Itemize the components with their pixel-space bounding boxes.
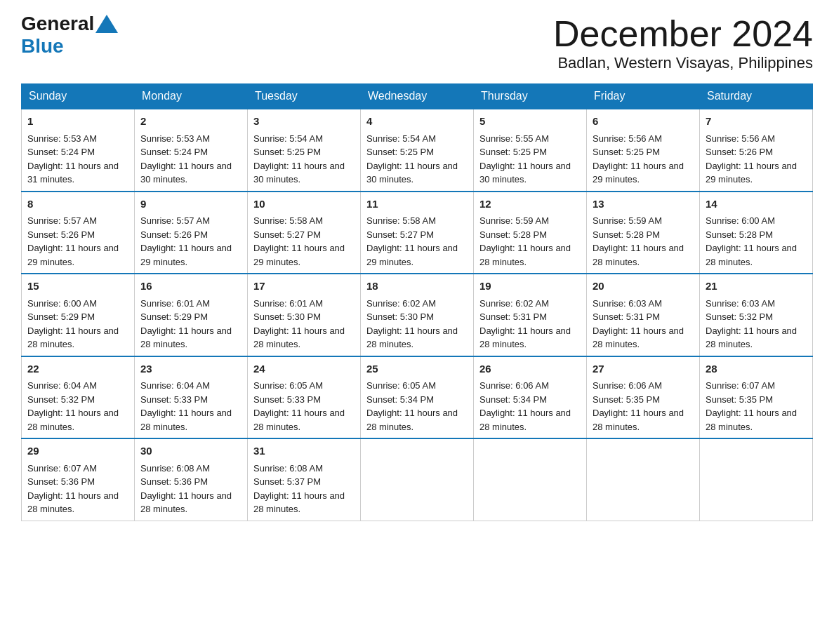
day-number: 4 — [366, 114, 468, 130]
day-number: 3 — [253, 114, 355, 130]
day-number: 8 — [27, 196, 128, 213]
day-number: 20 — [593, 279, 694, 295]
day-number: 29 — [27, 443, 128, 459]
weekday-header-saturday: Saturday — [700, 84, 813, 109]
day-number: 26 — [479, 361, 581, 377]
day-number: 5 — [479, 114, 581, 130]
weekday-header-friday: Friday — [587, 84, 700, 109]
calendar-cell-2-3: 18Sunrise: 6:02 AMSunset: 5:30 PMDayligh… — [361, 274, 474, 356]
weekday-header-row: SundayMondayTuesdayWednesdayThursdayFrid… — [22, 84, 813, 109]
weekday-header-monday: Monday — [135, 84, 248, 109]
calendar-cell-1-4: 12Sunrise: 5:59 AMSunset: 5:28 PMDayligh… — [474, 192, 587, 274]
day-number: 25 — [366, 361, 468, 377]
calendar-cell-0-0: 1Sunrise: 5:53 AMSunset: 5:24 PMDaylight… — [22, 109, 135, 192]
calendar-cell-4-6 — [700, 438, 813, 521]
calendar-cell-4-1: 30Sunrise: 6:08 AMSunset: 5:36 PMDayligh… — [135, 438, 248, 521]
day-number: 17 — [253, 279, 355, 295]
page-header: General Blue December 2024 Badlan, Weste… — [21, 14, 813, 72]
calendar-cell-4-0: 29Sunrise: 6:07 AMSunset: 5:36 PMDayligh… — [22, 438, 135, 521]
calendar-cell-1-3: 11Sunrise: 5:58 AMSunset: 5:27 PMDayligh… — [361, 192, 474, 274]
calendar-cell-3-4: 26Sunrise: 6:06 AMSunset: 5:34 PMDayligh… — [474, 356, 587, 439]
day-number: 16 — [140, 279, 241, 295]
calendar-cell-3-0: 22Sunrise: 6:04 AMSunset: 5:32 PMDayligh… — [22, 356, 135, 439]
calendar-cell-3-2: 24Sunrise: 6:05 AMSunset: 5:33 PMDayligh… — [248, 356, 361, 439]
logo-general-text: General — [21, 14, 94, 34]
calendar-cell-0-4: 5Sunrise: 5:55 AMSunset: 5:25 PMDaylight… — [474, 109, 587, 192]
week-row-4: 22Sunrise: 6:04 AMSunset: 5:32 PMDayligh… — [22, 356, 813, 439]
day-number: 7 — [706, 114, 807, 130]
day-number: 19 — [479, 279, 581, 295]
calendar-cell-2-5: 20Sunrise: 6:03 AMSunset: 5:31 PMDayligh… — [587, 274, 700, 356]
calendar-cell-0-1: 2Sunrise: 5:53 AMSunset: 5:24 PMDaylight… — [135, 109, 248, 192]
day-number: 23 — [140, 361, 241, 377]
day-number: 9 — [140, 196, 241, 213]
calendar-cell-3-5: 27Sunrise: 6:06 AMSunset: 5:35 PMDayligh… — [587, 356, 700, 439]
week-row-1: 1Sunrise: 5:53 AMSunset: 5:24 PMDaylight… — [22, 109, 813, 192]
weekday-header-thursday: Thursday — [474, 84, 587, 109]
calendar-cell-2-2: 17Sunrise: 6:01 AMSunset: 5:30 PMDayligh… — [248, 274, 361, 356]
month-title: December 2024 — [553, 14, 813, 54]
day-number: 2 — [140, 114, 241, 130]
weekday-header-sunday: Sunday — [22, 84, 135, 109]
calendar-cell-4-5 — [587, 438, 700, 521]
calendar-cell-4-2: 31Sunrise: 6:08 AMSunset: 5:37 PMDayligh… — [248, 438, 361, 521]
calendar-cell-0-2: 3Sunrise: 5:54 AMSunset: 5:25 PMDaylight… — [248, 109, 361, 192]
day-number: 30 — [140, 443, 241, 459]
day-number: 10 — [253, 196, 355, 213]
day-number: 18 — [366, 279, 468, 295]
logo-blue-text: Blue — [21, 35, 64, 58]
calendar-cell-0-3: 4Sunrise: 5:54 AMSunset: 5:25 PMDaylight… — [361, 109, 474, 192]
calendar-cell-3-6: 28Sunrise: 6:07 AMSunset: 5:35 PMDayligh… — [700, 356, 813, 439]
day-number: 14 — [706, 196, 807, 213]
location-title: Badlan, Western Visayas, Philippines — [553, 54, 813, 72]
calendar-cell-3-1: 23Sunrise: 6:04 AMSunset: 5:33 PMDayligh… — [135, 356, 248, 439]
day-number: 1 — [27, 114, 128, 130]
calendar-cell-1-6: 14Sunrise: 6:00 AMSunset: 5:28 PMDayligh… — [700, 192, 813, 274]
day-number: 11 — [366, 196, 468, 213]
calendar-cell-2-1: 16Sunrise: 6:01 AMSunset: 5:29 PMDayligh… — [135, 274, 248, 356]
day-number: 28 — [706, 361, 807, 377]
day-number: 31 — [253, 443, 355, 459]
day-number: 27 — [593, 361, 694, 377]
day-number: 6 — [593, 114, 694, 130]
day-number: 12 — [479, 196, 581, 213]
day-number: 24 — [253, 361, 355, 377]
title-area: December 2024 Badlan, Western Visayas, P… — [553, 14, 813, 72]
calendar-cell-4-3 — [361, 438, 474, 521]
day-number: 15 — [27, 279, 128, 295]
calendar-cell-0-6: 7Sunrise: 5:56 AMSunset: 5:26 PMDaylight… — [700, 109, 813, 192]
calendar-cell-0-5: 6Sunrise: 5:56 AMSunset: 5:25 PMDaylight… — [587, 109, 700, 192]
day-number: 21 — [706, 279, 807, 295]
calendar-cell-2-0: 15Sunrise: 6:00 AMSunset: 5:29 PMDayligh… — [22, 274, 135, 356]
calendar-cell-1-5: 13Sunrise: 5:59 AMSunset: 5:28 PMDayligh… — [587, 192, 700, 274]
calendar-cell-3-3: 25Sunrise: 6:05 AMSunset: 5:34 PMDayligh… — [361, 356, 474, 439]
logo: General Blue — [21, 14, 119, 58]
calendar-cell-1-0: 8Sunrise: 5:57 AMSunset: 5:26 PMDaylight… — [22, 192, 135, 274]
calendar-cell-4-4 — [474, 438, 587, 521]
day-number: 13 — [593, 196, 694, 213]
calendar-cell-1-1: 9Sunrise: 5:57 AMSunset: 5:26 PMDaylight… — [135, 192, 248, 274]
calendar-table: SundayMondayTuesdayWednesdayThursdayFrid… — [21, 83, 813, 521]
calendar-cell-1-2: 10Sunrise: 5:58 AMSunset: 5:27 PMDayligh… — [248, 192, 361, 274]
week-row-2: 8Sunrise: 5:57 AMSunset: 5:26 PMDaylight… — [22, 192, 813, 274]
calendar-cell-2-6: 21Sunrise: 6:03 AMSunset: 5:32 PMDayligh… — [700, 274, 813, 356]
calendar-cell-2-4: 19Sunrise: 6:02 AMSunset: 5:31 PMDayligh… — [474, 274, 587, 356]
week-row-5: 29Sunrise: 6:07 AMSunset: 5:36 PMDayligh… — [22, 438, 813, 521]
week-row-3: 15Sunrise: 6:00 AMSunset: 5:29 PMDayligh… — [22, 274, 813, 356]
weekday-header-tuesday: Tuesday — [248, 84, 361, 109]
logo-triangle-icon — [95, 15, 118, 33]
day-number: 22 — [27, 361, 128, 377]
weekday-header-wednesday: Wednesday — [361, 84, 474, 109]
